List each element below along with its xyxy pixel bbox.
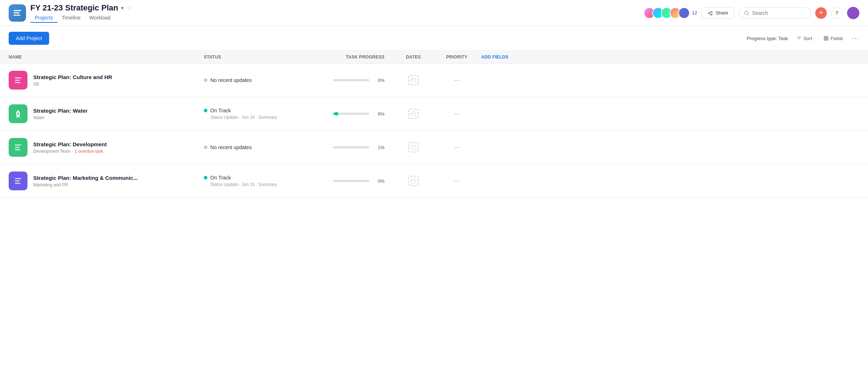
svg-rect-4 <box>824 36 826 38</box>
priority-dash: — <box>454 144 460 151</box>
progress-type-label: Progress type: Task <box>747 36 788 41</box>
project-team: Development Team <box>33 149 70 154</box>
status-dot <box>204 78 207 82</box>
project-icon <box>9 172 27 190</box>
status-row: On Track <box>204 175 319 181</box>
svg-rect-2 <box>14 14 21 16</box>
project-info: Strategic Plan: Marketing & Communic... … <box>33 175 138 187</box>
calendar-icon[interactable] <box>408 142 418 152</box>
project-name: Strategic Plan: Water <box>33 108 87 114</box>
progress-percent: 0% <box>373 178 384 184</box>
row-status-cell: No recent updates <box>204 144 319 150</box>
status-text: On Track <box>210 175 231 181</box>
row-priority-cell: — <box>435 178 478 184</box>
share-icon <box>708 10 713 16</box>
title-section: FY 21-23 Strategic Plan ▾ ☆ Projects Tim… <box>30 3 132 23</box>
status-text: No recent updates <box>210 144 252 150</box>
calendar-icon-svg <box>411 144 416 150</box>
svg-rect-0 <box>14 10 21 11</box>
calendar-icon[interactable] <box>408 75 418 85</box>
chevron-down-icon[interactable]: ▾ <box>121 5 124 11</box>
app-logo-icon <box>12 8 22 18</box>
row-name-cell: Strategic Plan: Development Development … <box>9 138 204 157</box>
column-task-progress: Task Progress <box>319 55 392 60</box>
add-fields-button[interactable]: Add Fields <box>481 55 508 60</box>
project-name: Strategic Plan: Culture and HR <box>33 74 112 80</box>
svg-rect-16 <box>15 149 20 150</box>
star-icon[interactable]: ☆ <box>126 4 132 11</box>
status-update: Status Update - Jun 19 · Summary <box>210 115 319 120</box>
calendar-icon[interactable] <box>408 176 418 186</box>
progress-percent: 1% <box>373 145 384 150</box>
overdue-tag: 1 overdue task <box>75 149 103 154</box>
status-row: On Track <box>204 108 319 113</box>
fields-button[interactable]: Fields <box>821 34 846 43</box>
project-info: Strategic Plan: Culture and HR SB <box>33 74 112 87</box>
row-status-cell: On Track Status Update - Jun 15 · Summar… <box>204 175 319 187</box>
progress-bar <box>333 79 369 81</box>
project-icon <box>9 138 27 157</box>
search-input[interactable] <box>752 10 803 16</box>
sort-button[interactable]: Sort <box>794 34 815 43</box>
table-row: Strategic Plan: Culture and HR SB No rec… <box>0 64 868 97</box>
rocket-icon <box>13 109 23 118</box>
more-options-button[interactable]: ··· <box>852 35 859 42</box>
toolbar: Add Project Progress type: Task Sort Fie… <box>0 26 868 51</box>
add-project-button[interactable]: Add Project <box>9 32 49 45</box>
calendar-icon-svg <box>411 178 416 184</box>
add-button[interactable]: + <box>815 7 827 19</box>
toolbar-right: Progress type: Task Sort Fields ··· <box>747 34 859 43</box>
list-icon <box>13 176 23 186</box>
priority-dash: — <box>454 178 460 184</box>
row-status-cell: On Track Status Update - Jun 19 · Summar… <box>204 108 319 120</box>
tab-timeline[interactable]: Timeline <box>57 13 85 23</box>
avatar-group: 12 <box>644 7 697 19</box>
row-dates-cell <box>392 176 435 186</box>
status-dot <box>204 176 207 179</box>
svg-rect-6 <box>824 39 826 40</box>
page-title: FY 21-23 Strategic Plan <box>30 3 118 13</box>
status-dot <box>204 109 207 112</box>
svg-rect-9 <box>15 80 20 81</box>
table-row: Strategic Plan: Development Development … <box>0 131 868 164</box>
row-name-cell: Strategic Plan: Marketing & Communic... … <box>9 172 204 190</box>
progress-bar <box>333 113 369 115</box>
calendar-icon[interactable] <box>408 109 418 119</box>
svg-rect-21 <box>411 179 416 183</box>
project-subtitle: Water <box>33 115 87 120</box>
column-priority: Priority <box>435 55 478 60</box>
project-name: Strategic Plan: Development <box>33 141 107 147</box>
svg-rect-17 <box>411 146 416 150</box>
sort-label: Sort <box>803 36 812 41</box>
row-progress-cell: 9% <box>319 111 392 117</box>
avatar <box>678 7 690 19</box>
search-box[interactable] <box>739 7 811 19</box>
project-icon <box>9 104 27 123</box>
calendar-icon-svg <box>411 111 416 117</box>
projects-table: Name Status Task Progress Dates Priority… <box>0 51 868 198</box>
svg-rect-20 <box>15 183 20 183</box>
svg-rect-8 <box>15 77 21 78</box>
fields-icon <box>824 36 829 41</box>
table-header: Name Status Task Progress Dates Priority… <box>0 51 868 64</box>
tab-workload[interactable]: Workload <box>85 13 115 23</box>
progress-fill <box>333 113 336 115</box>
tab-projects[interactable]: Projects <box>30 13 57 23</box>
svg-point-12 <box>17 113 19 114</box>
project-team: SB <box>33 82 39 87</box>
status-row: No recent updates <box>204 77 319 83</box>
share-button[interactable]: Share <box>701 7 734 19</box>
project-subtitle: Development Team · 1 overdue task <box>33 149 107 154</box>
svg-rect-18 <box>15 178 21 179</box>
help-button[interactable]: ? <box>831 7 843 19</box>
row-name-cell: Strategic Plan: Culture and HR SB <box>9 71 204 90</box>
row-priority-cell: — <box>435 110 478 117</box>
user-avatar[interactable] <box>847 7 859 19</box>
svg-rect-15 <box>15 147 20 148</box>
svg-rect-19 <box>15 181 20 181</box>
project-subtitle: Marketing and PR <box>33 182 138 187</box>
progress-bar <box>333 146 369 148</box>
column-status: Status <box>204 55 319 60</box>
progress-percent: 9% <box>373 111 384 117</box>
row-name-cell: Strategic Plan: Water Water <box>9 104 204 123</box>
